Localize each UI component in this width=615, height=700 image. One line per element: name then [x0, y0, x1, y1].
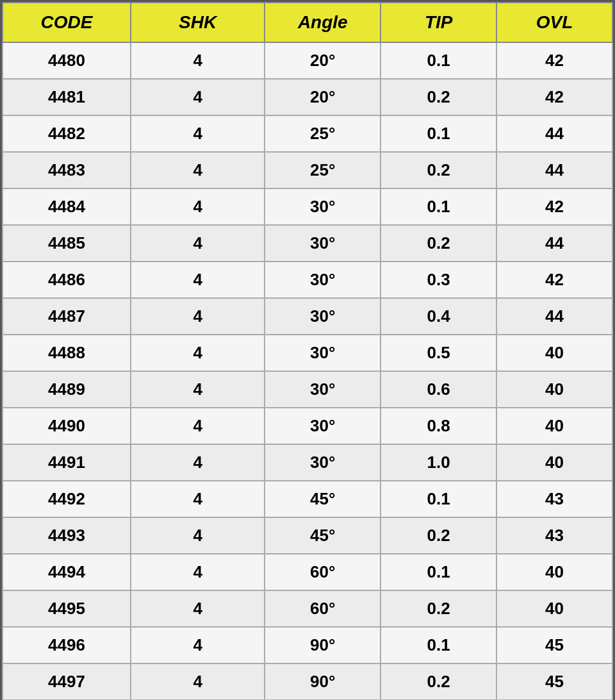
cell-code: 4485: [3, 225, 131, 262]
cell-shk: 4: [131, 188, 265, 225]
cell-ovl: 42: [496, 188, 612, 225]
cell-tip: 0.2: [381, 79, 496, 115]
table-row: 4485430°0.244: [3, 225, 612, 262]
table-header-row: CODE SHK Angle TIP OVL: [3, 3, 612, 42]
cell-tip: 0.1: [381, 554, 496, 590]
cell-tip: 0.3: [381, 262, 496, 298]
table-row: 4488430°0.540: [3, 335, 612, 371]
cell-shk: 4: [131, 517, 265, 554]
cell-shk: 4: [131, 554, 265, 590]
cell-tip: 0.2: [381, 590, 496, 627]
header-ovl: OVL: [496, 3, 612, 42]
cell-tip: 0.5: [381, 335, 496, 371]
cell-ovl: 40: [496, 444, 612, 481]
cell-ovl: 44: [496, 152, 612, 188]
cell-shk: 4: [131, 663, 265, 700]
cell-tip: 0.6: [381, 371, 496, 408]
table-row: 4492445°0.143: [3, 481, 612, 517]
cell-tip: 0.2: [381, 225, 496, 262]
table-row: 4486430°0.342: [3, 262, 612, 298]
cell-shk: 4: [131, 335, 265, 371]
cell-angle: 30°: [265, 335, 381, 371]
cell-tip: 0.2: [381, 152, 496, 188]
table-row: 4491430°1.040: [3, 444, 612, 481]
table-row: 4487430°0.444: [3, 298, 612, 335]
product-table: CODE SHK Angle TIP OVL 4480420°0.1424481…: [2, 2, 613, 700]
table-row: 4489430°0.640: [3, 371, 612, 408]
table-row: 4494460°0.140: [3, 554, 612, 590]
table-row: 4497490°0.245: [3, 663, 612, 700]
cell-ovl: 40: [496, 371, 612, 408]
cell-shk: 4: [131, 627, 265, 663]
cell-code: 4491: [3, 444, 131, 481]
cell-angle: 30°: [265, 262, 381, 298]
cell-code: 4489: [3, 371, 131, 408]
cell-ovl: 45: [496, 663, 612, 700]
cell-tip: 0.1: [381, 481, 496, 517]
cell-angle: 90°: [265, 627, 381, 663]
cell-ovl: 40: [496, 554, 612, 590]
cell-tip: 0.1: [381, 627, 496, 663]
cell-code: 4493: [3, 517, 131, 554]
cell-tip: 0.1: [381, 42, 496, 79]
cell-angle: 25°: [265, 115, 381, 152]
table-row: 4480420°0.142: [3, 42, 612, 79]
cell-shk: 4: [131, 481, 265, 517]
cell-shk: 4: [131, 590, 265, 627]
cell-ovl: 43: [496, 517, 612, 554]
cell-code: 4484: [3, 188, 131, 225]
cell-code: 4482: [3, 115, 131, 152]
cell-code: 4481: [3, 79, 131, 115]
cell-ovl: 44: [496, 298, 612, 335]
cell-tip: 0.8: [381, 408, 496, 444]
cell-angle: 30°: [265, 444, 381, 481]
cell-tip: 0.2: [381, 517, 496, 554]
cell-ovl: 42: [496, 79, 612, 115]
table-row: 4490430°0.840: [3, 408, 612, 444]
cell-tip: 0.1: [381, 188, 496, 225]
cell-ovl: 42: [496, 262, 612, 298]
cell-code: 4497: [3, 663, 131, 700]
cell-code: 4487: [3, 298, 131, 335]
table-row: 4484430°0.142: [3, 188, 612, 225]
table-row: 4482425°0.144: [3, 115, 612, 152]
cell-shk: 4: [131, 42, 265, 79]
cell-angle: 20°: [265, 42, 381, 79]
cell-code: 4490: [3, 408, 131, 444]
cell-code: 4496: [3, 627, 131, 663]
cell-ovl: 42: [496, 42, 612, 79]
cell-tip: 0.1: [381, 115, 496, 152]
cell-code: 4494: [3, 554, 131, 590]
cell-code: 4488: [3, 335, 131, 371]
cell-shk: 4: [131, 298, 265, 335]
header-tip: TIP: [381, 3, 496, 42]
cell-shk: 4: [131, 225, 265, 262]
cell-angle: 60°: [265, 554, 381, 590]
header-code: CODE: [3, 3, 131, 42]
cell-tip: 1.0: [381, 444, 496, 481]
cell-angle: 30°: [265, 188, 381, 225]
cell-ovl: 43: [496, 481, 612, 517]
table-row: 4493445°0.243: [3, 517, 612, 554]
table-row: 4495460°0.240: [3, 590, 612, 627]
cell-ovl: 40: [496, 335, 612, 371]
cell-angle: 45°: [265, 481, 381, 517]
cell-ovl: 40: [496, 408, 612, 444]
header-shk: SHK: [131, 3, 265, 42]
cell-shk: 4: [131, 371, 265, 408]
cell-shk: 4: [131, 152, 265, 188]
cell-angle: 30°: [265, 408, 381, 444]
cell-ovl: 45: [496, 627, 612, 663]
table-row: 4496490°0.145: [3, 627, 612, 663]
cell-angle: 60°: [265, 590, 381, 627]
cell-code: 4483: [3, 152, 131, 188]
cell-angle: 30°: [265, 298, 381, 335]
cell-shk: 4: [131, 444, 265, 481]
cell-code: 4486: [3, 262, 131, 298]
cell-shk: 4: [131, 115, 265, 152]
table-row: 4481420°0.242: [3, 79, 612, 115]
cell-shk: 4: [131, 408, 265, 444]
cell-shk: 4: [131, 262, 265, 298]
cell-ovl: 44: [496, 115, 612, 152]
cell-shk: 4: [131, 79, 265, 115]
